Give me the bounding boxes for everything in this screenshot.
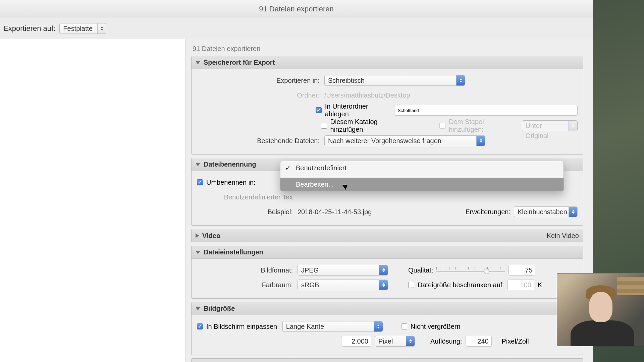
fit-label: In Bildschirm einpassen: — [206, 323, 279, 330]
updown-icon — [456, 75, 465, 85]
panel-head-image-size[interactable]: Bildgröße — [192, 302, 583, 315]
main-panel: 91 Dateien exportieren Speicherort für E… — [186, 39, 593, 362]
export-in-value: Schreibtisch — [328, 77, 365, 84]
content-split: 91 Dateien exportieren Speicherort für E… — [0, 39, 593, 362]
panel-export-location: Speicherort für Export Exportieren in: S… — [191, 56, 583, 155]
existing-files-label: Bestehende Dateien: — [197, 137, 321, 145]
no-enlarge-label: Nicht vergrößern — [411, 323, 461, 330]
example-label: Beispiel: — [197, 208, 294, 216]
webcam-overlay — [557, 273, 644, 346]
export-to-value: Festplatte — [63, 25, 93, 32]
resolution-unit: Pixel/Zoll — [502, 338, 529, 345]
quality-slider[interactable] — [436, 266, 505, 274]
panel-file-settings: Dateieinstellungen Bildformat: JPEG Qual… — [191, 246, 583, 299]
folder-label: Ordner: — [197, 92, 321, 99]
no-enlarge-checkbox[interactable] — [401, 323, 407, 329]
updown-icon — [569, 121, 577, 131]
updown-icon — [379, 265, 388, 275]
panel-output-sharpening: Ausgabeschärfe Schärfen für: — [191, 358, 583, 362]
disclosure-down-icon — [196, 251, 200, 254]
fit-value: Lange Kante — [286, 323, 324, 330]
updown-icon — [97, 23, 106, 34]
export-in-label: Exportieren in: — [197, 77, 321, 84]
export-in-select[interactable]: Schreibtisch — [324, 75, 465, 86]
format-value: JPEG — [301, 266, 319, 274]
subfolder-input[interactable] — [394, 105, 578, 116]
panel-head-sharpen[interactable]: Ausgabeschärfe — [192, 359, 583, 362]
rename-template-dropdown[interactable]: ✓ Benutzerdefiniert Bearbeiten... — [280, 161, 564, 191]
resolution-input[interactable] — [466, 336, 492, 347]
dropdown-item-label: Benutzerdefiniert — [296, 164, 346, 172]
fit-checkbox[interactable] — [197, 323, 203, 329]
extension-select[interactable]: Kleinbuchstaben — [514, 206, 578, 217]
existing-files-select[interactable]: Nach weiterer Vorgehensweise fragen — [324, 135, 485, 146]
custom-text-label: Benutzerdefinierter Tex — [197, 193, 294, 201]
limit-size-label: Dateigröße beschränken auf: — [418, 281, 504, 289]
subtitle: 91 Dateien exportieren — [193, 45, 583, 53]
example-value: 2018-04-25-11-44-53.jpg — [298, 208, 372, 216]
disclosure-down-icon — [196, 307, 200, 310]
panel-title-video: Video — [202, 232, 220, 240]
colorspace-value: sRGB — [301, 281, 319, 289]
quality-input[interactable] — [508, 265, 535, 276]
limit-size-unit: K — [538, 281, 542, 289]
video-status: Kein Video — [547, 232, 579, 240]
panel-title-location: Speicherort für Export — [204, 59, 275, 66]
folder-path: /Users/matthiasbutz/Desktop — [324, 92, 410, 99]
panel-head-location[interactable]: Speicherort für Export — [192, 56, 583, 69]
updown-icon — [406, 336, 415, 346]
resolution-label: Auflösung: — [430, 338, 462, 345]
colorspace-select[interactable]: sRGB — [298, 280, 388, 290]
dimension-unit-select[interactable]: Pixel — [375, 336, 415, 347]
preset-sidebar[interactable] — [0, 39, 186, 362]
extension-value: Kleinbuchstaben — [518, 208, 567, 216]
dimension-input[interactable] — [341, 336, 371, 347]
rename-checkbox[interactable] — [197, 179, 203, 185]
add-stack-label: Dem Stapel hinzufügen: — [449, 118, 518, 133]
export-to-select[interactable]: Festplatte — [59, 23, 106, 34]
updown-icon — [569, 207, 577, 217]
top-toolbar: Exportieren auf: Festplatte — [0, 18, 593, 39]
format-label: Bildformat: — [197, 266, 294, 274]
colorspace-label: Farbraum: — [197, 281, 294, 289]
dimension-unit-value: Pixel — [378, 338, 393, 345]
existing-files-value: Nach weiterer Vorgehensweise fragen — [328, 137, 441, 144]
subfolder-checkbox[interactable] — [316, 107, 322, 113]
rename-label: Umbenennen in: — [206, 179, 256, 186]
panel-image-size: Bildgröße In Bildschirm einpassen: Lange… — [191, 302, 583, 355]
limit-size-input[interactable] — [507, 280, 534, 290]
panel-video: Video Kein Video — [191, 229, 583, 242]
add-catalog-label: Diesem Katalog hinzufügen — [330, 118, 410, 133]
limit-size-checkbox[interactable] — [408, 282, 414, 288]
dropdown-item-edit[interactable]: Bearbeiten... — [280, 178, 564, 191]
dropdown-item-custom[interactable]: ✓ Benutzerdefiniert — [280, 161, 564, 175]
stack-position-select: Unter Original — [522, 120, 578, 131]
subfolder-label: In Unterordner ablegen: — [325, 103, 391, 118]
fit-select[interactable]: Lange Kante — [282, 321, 383, 332]
quality-label: Qualität: — [408, 266, 433, 274]
dropdown-separator — [280, 176, 564, 176]
format-select[interactable]: JPEG — [298, 265, 388, 276]
extension-label: Erweiterungen: — [465, 208, 511, 216]
window-title: 91 Dateien exportieren — [0, 0, 593, 18]
disclosure-down-icon — [196, 163, 200, 166]
disclosure-down-icon — [196, 61, 200, 64]
add-stack-checkbox — [439, 123, 445, 129]
dropdown-item-label: Bearbeiten... — [296, 181, 334, 188]
panel-title-naming: Dateibenennung — [204, 161, 256, 168]
updown-icon — [379, 280, 388, 290]
stack-position-value: Unter Original — [526, 122, 549, 139]
checkmark-icon: ✓ — [285, 164, 291, 172]
panel-head-file-settings[interactable]: Dateieinstellungen — [192, 246, 583, 259]
panel-head-video[interactable]: Video Kein Video — [192, 229, 583, 242]
disclosure-right-icon — [196, 233, 199, 238]
export-to-label: Exportieren auf: — [3, 24, 55, 33]
panel-title-image-size: Bildgröße — [204, 305, 235, 312]
add-catalog-checkbox[interactable] — [321, 123, 327, 129]
updown-icon — [476, 136, 485, 146]
panel-title-file-settings: Dateieinstellungen — [204, 248, 263, 256]
slider-thumb-icon[interactable] — [484, 268, 490, 274]
updown-icon — [374, 321, 383, 331]
